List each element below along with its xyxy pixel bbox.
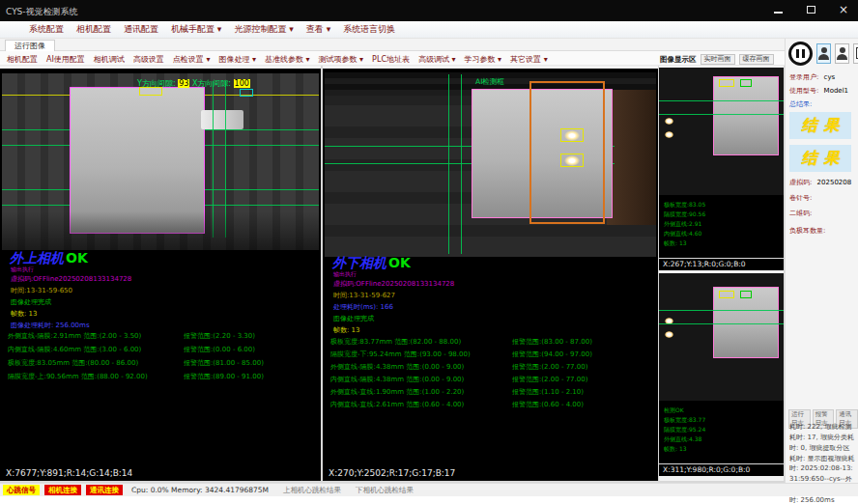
tool-plc-table[interactable]: PLC地址表: [372, 54, 410, 65]
output-status: 输出执行: [11, 266, 34, 274]
camera-image-outer-upper[interactable]: Y方向间隙: 93 X方向间隙: 100: [2, 73, 319, 250]
tool-advanced-debug[interactable]: 高级调试 ▾: [418, 54, 456, 65]
ai-box-label: AI检测框: [475, 77, 504, 87]
alarm-range: 报警范围:(2.00 - 77.00): [512, 375, 587, 384]
status-bar: 心跳信号 相机连接 通讯连接 Cpu: 0.0% Memory: 3424.41…: [0, 483, 858, 496]
model-label: 使用型号:: [789, 87, 818, 95]
overlay-yellow-box: [560, 128, 584, 142]
camera-result-ok: OK: [388, 255, 411, 270]
frame-count-line: 帧数: 13: [333, 325, 360, 335]
overlay-green-vline: [213, 81, 214, 238]
user-login-button[interactable]: [816, 43, 831, 64]
gap-readout: Y方向间隙: 93 X方向间隙: 100: [137, 78, 250, 89]
thumb-tab-cache[interactable]: 缓存画面: [739, 54, 774, 65]
menu-item-robot-config[interactable]: 机械手配置 ▾: [171, 23, 221, 36]
measurement-row: 隔膜宽度-下:95.24mm 范围:(93.00 - 98.00): [330, 350, 471, 359]
login-user-row: 登录用户: cys: [789, 72, 835, 82]
process-done-line: 图像处理完成: [333, 314, 374, 323]
thumb-info-line: 帧数: 13: [664, 445, 687, 454]
thumbnail-image-top[interactable]: [659, 68, 784, 195]
tab-run-image[interactable]: 运行图像: [5, 40, 55, 51]
user-switch-button[interactable]: [835, 43, 849, 64]
spool-label: 卷针号:: [789, 194, 812, 202]
window-title: CYS-视觉检测系统: [6, 6, 78, 18]
thumb-tab-live[interactable]: 实时画面: [701, 54, 735, 65]
cell-region-overlay: [713, 76, 779, 155]
app-window: CYS-视觉检测系统 × C 系统配置 相机配置 通讯配置 机械手配置 ▾ 光源…: [0, 0, 858, 504]
total-result-label: 总结果:: [789, 100, 812, 108]
qr-row: 二维码:: [789, 209, 812, 218]
main-area: Y方向间隙: 93 X方向间隙: 100 外上相机OK 输出执行 虚拟码:OFF…: [0, 66, 785, 483]
overlay-yellow-box: [560, 154, 584, 167]
logout-button[interactable]: [853, 43, 858, 64]
gap-x-value: 100: [234, 79, 250, 88]
menu-item-camera-config[interactable]: 相机配置: [76, 23, 111, 36]
tool-baseline-params[interactable]: 基准线参数 ▾: [265, 54, 310, 65]
measurement-row: 内侧直线-隔膜:4.38mm 范围:(0.00 - 9.00): [330, 375, 464, 384]
tool-learning-params[interactable]: 学习参数 ▾: [465, 54, 502, 65]
measurement-row: 外侧直线-隔膜:2.91mm 范围:(2.00 - 3.50): [8, 331, 141, 341]
tool-camera-debug[interactable]: 相机调试: [94, 54, 125, 65]
minimize-icon: [774, 12, 783, 14]
gripper-shape: [201, 110, 243, 129]
pause-button[interactable]: [788, 42, 813, 66]
upper-camera-heartbeat-link[interactable]: 上相机心跳检结果: [283, 486, 341, 495]
gap-y-label: Y方向间隙:: [137, 79, 176, 88]
menu-item-view[interactable]: 查看 ▾: [306, 23, 330, 36]
barcode-line: 虚拟码:OFFline20250208133134728: [11, 274, 131, 284]
menu-item-light-config[interactable]: 光源控制配置 ▾: [234, 23, 293, 36]
measurement-row: 外侧直线-隔膜:4.38mm 范围:(0.00 - 9.00): [330, 362, 464, 372]
user-icon: [840, 47, 845, 53]
menu-item-comm-config[interactable]: 通讯配置: [124, 23, 158, 36]
model-row: 使用型号: Model1: [789, 86, 848, 96]
maximize-icon: [807, 6, 815, 14]
qr-label: 二维码:: [789, 210, 812, 217]
overlay-green-vline: [448, 74, 449, 254]
menu-item-language[interactable]: 系统语言切换: [343, 23, 395, 36]
menu-item-system-config[interactable]: 系统配置: [29, 23, 64, 36]
thumb-header-label: 图像显示区: [660, 55, 697, 65]
maximize-button[interactable]: [802, 2, 819, 17]
alarm-range: 报警范围:(89.00 - 91.00): [184, 372, 264, 381]
thumb-info-line: 隔膜宽度:90.56: [664, 210, 705, 219]
tool-image-process[interactable]: 图像处理 ▾: [218, 54, 256, 65]
overlay-green-line: [659, 100, 784, 101]
overlay-green-vline: [461, 74, 462, 254]
tool-camera-config[interactable]: 相机配置: [7, 54, 38, 65]
alarm-range: 报警范围:(2.00 - 77.00): [512, 362, 587, 372]
result-box-1: 结果: [789, 112, 851, 139]
tab-count-label: 负极耳数量:: [789, 227, 825, 235]
overlay-cyan-box: [240, 89, 253, 97]
alarm-range: 报警范围:(81.00 - 85.00): [184, 358, 264, 368]
tool-advanced-settings[interactable]: 高级设置: [133, 54, 164, 65]
login-user-value: cys: [824, 73, 836, 81]
elapsed-line: 处理耗时(ms): 166: [333, 302, 393, 312]
tool-other-settings[interactable]: 其它设置 ▾: [510, 54, 548, 65]
overlay-yellow-box: [719, 79, 734, 87]
camera-panel-outer-lower: AI检测框 外下相机OK 输出执行 虚拟码:OFFline20250208133…: [323, 66, 658, 481]
thumb-coord-bar: X:311;Y:980;R:0;G:0;B:0: [659, 463, 784, 476]
overlay-orange-box: [529, 81, 605, 224]
overlay-green-box: [740, 291, 752, 298]
cpu-memory-readout: Cpu: 0.0% Memory: 3424.41796875M: [131, 486, 269, 494]
alarm-range: 报警范围:(2.20 - 3.30): [184, 331, 255, 341]
lower-camera-heartbeat-link[interactable]: 下相机心跳检结果: [356, 486, 414, 495]
thumb-info-line: 隔膜宽度:95.24: [664, 426, 705, 434]
camera-image-outer-lower[interactable]: AI检测框: [325, 72, 656, 257]
login-user-label: 登录用户:: [789, 73, 818, 81]
tool-ai-config[interactable]: AI使用配置: [46, 54, 85, 65]
thumb-info-line: 外侧直线:2.91: [664, 220, 701, 229]
tool-test-params[interactable]: 测试项参数 ▾: [319, 54, 364, 65]
measurement-row: 极板宽度:83.77mm 范围:(82.00 - 88.00): [330, 337, 461, 347]
thumbnail-image-bottom[interactable]: [659, 273, 784, 401]
right-sidebar: 登录用户: cys 使用型号: Model1 总结果: 结果 结果 虚拟码: 2…: [785, 39, 858, 483]
output-status: 输出执行: [333, 270, 357, 279]
overlay-yellow-box: [719, 291, 734, 298]
heartbeat-status-badge: 心跳信号: [3, 485, 40, 495]
tool-spot-check[interactable]: 点检设置 ▾: [173, 54, 211, 65]
camera-result-ok: OK: [66, 250, 88, 266]
minimize-button[interactable]: [769, 2, 786, 17]
close-button[interactable]: ×: [835, 2, 852, 17]
pixel-coords-readout: X:270;Y:2502;R:17;G:17;B:17: [329, 468, 455, 478]
measurement-row: 极板宽度:83.05mm 范围:(80.00 - 86.00): [8, 358, 138, 368]
